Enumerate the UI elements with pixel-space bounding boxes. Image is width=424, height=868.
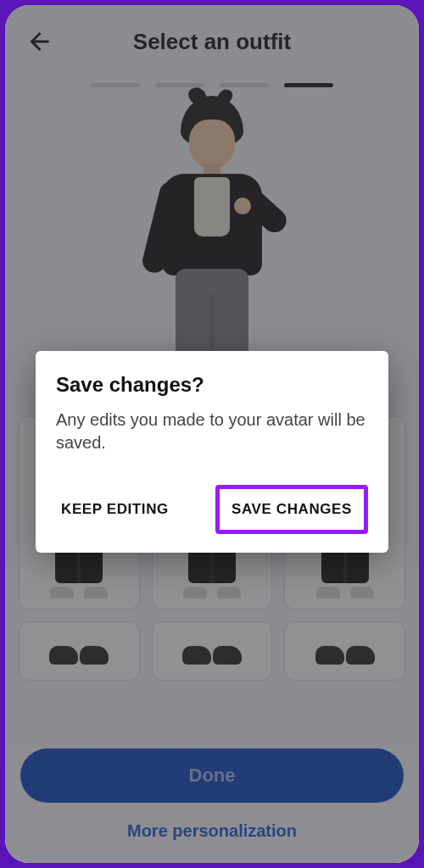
save-changes-dialog: Save changes? Any edits you made to your… bbox=[36, 351, 388, 553]
dialog-title: Save changes? bbox=[56, 373, 368, 397]
dialog-actions: KEEP EDITING SAVE CHANGES bbox=[56, 485, 368, 534]
app-frame: Select an outfit bbox=[5, 5, 419, 863]
dialog-body: Any edits you made to your avatar will b… bbox=[56, 409, 368, 454]
save-changes-button[interactable]: SAVE CHANGES bbox=[215, 485, 368, 534]
keep-editing-button[interactable]: KEEP EDITING bbox=[56, 491, 174, 528]
